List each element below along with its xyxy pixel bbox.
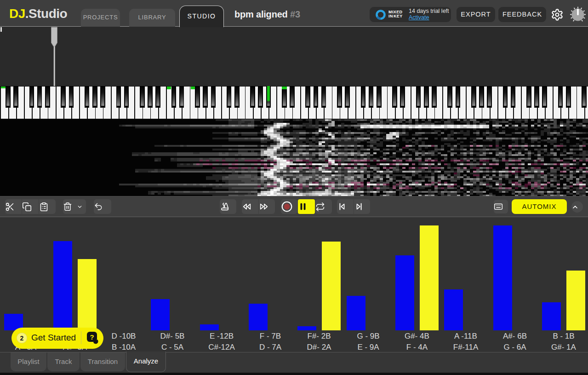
svg-text:?: ? [90,333,94,341]
